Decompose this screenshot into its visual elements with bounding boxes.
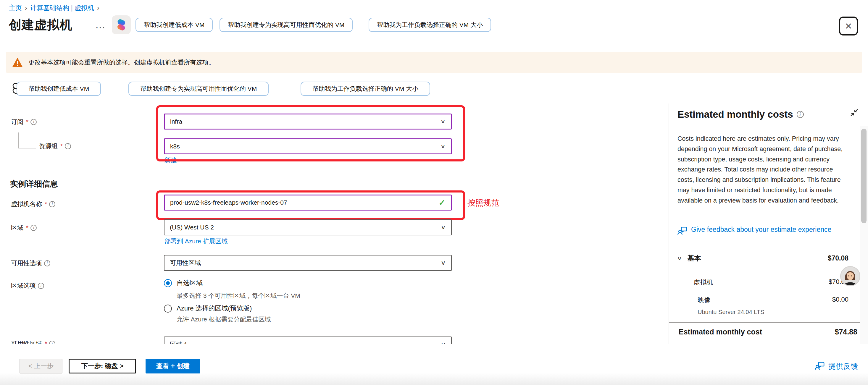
annotation-text: 按照规范 <box>467 197 499 208</box>
chevron-down-icon: ∨ <box>440 118 445 125</box>
estimate-feedback-link[interactable]: Give feedback about your estimate experi… <box>678 225 843 236</box>
create-new-link[interactable]: 新建 <box>164 156 177 164</box>
label-text: 可用性选项 <box>11 259 42 267</box>
avatar[interactable] <box>840 266 860 286</box>
button-label: 帮助我创建专为实现高可用性而优化的 VM <box>228 21 344 29</box>
chevron-down-icon: ∨ <box>440 224 446 231</box>
title-text: Estimated monthly costs <box>678 109 793 120</box>
info-icon[interactable]: i <box>65 143 71 149</box>
close-button[interactable]: ✕ <box>839 17 858 35</box>
assist-high-availability-button[interactable]: 帮助我创建专为实现高可用性而优化的 VM <box>219 18 353 32</box>
info-icon[interactable]: i <box>49 341 55 344</box>
cost-group-label: 基本 <box>687 254 701 263</box>
chevron-down-icon: ∨ <box>677 255 682 261</box>
cost-item-row: 虚拟机 <box>693 278 713 287</box>
radio-unselected-icon <box>164 304 172 313</box>
region-label: 区域i <box>11 224 37 232</box>
button-label: 下一步: 磁盘 > <box>81 362 123 371</box>
total-divider <box>669 322 860 323</box>
radio-label: 自选区域 <box>177 279 203 287</box>
previous-button[interactable]: < 上一步 <box>20 359 62 374</box>
more-options-button[interactable]: ⋯ <box>95 21 106 33</box>
breadcrumb-section[interactable]: 计算基础结构 | 虚拟机 <box>30 4 94 12</box>
availability-value: 可用性区域 <box>170 259 201 267</box>
footer: < 上一步 下一步: 磁盘 > 查看 + 创建 提供反馈 <box>0 344 868 385</box>
cost-item-sublabel: Ubuntu Server 24.04 LTS <box>698 309 764 316</box>
breadcrumb-home[interactable]: 主页 <box>9 4 22 12</box>
zone-option-description: 最多选择 3 个可用性区域，每个区域一台 VM <box>177 292 300 300</box>
zone-options-label: 区域选项i <box>11 282 44 290</box>
zone-option-self-select[interactable]: 自选区域 <box>164 279 203 287</box>
label-connector <box>18 132 36 149</box>
radio-label: Azure 选择的区域(预览版) <box>177 304 252 313</box>
subscription-dropdown[interactable]: infra ∨ <box>164 114 452 130</box>
chevron-down-icon: ∨ <box>440 341 446 344</box>
main-content: 主页 › 计算基础结构 | 虚拟机 › 创建虚拟机 ⋯ 帮助我创建低成本 VM … <box>0 0 868 344</box>
subscription-label: 订阅i <box>11 118 37 126</box>
vm-name-label: 虚拟机名称i <box>11 200 55 208</box>
feedback-icon <box>678 226 687 236</box>
label-text: 区域选项 <box>11 282 36 290</box>
collapse-icon <box>850 108 859 117</box>
zone-option-description: 允许 Azure 根据需要分配最佳区域 <box>177 315 271 323</box>
link-text: Give feedback about your estimate experi… <box>691 225 831 236</box>
copilot-icon <box>115 19 127 31</box>
chevron-down-icon: ∨ <box>440 143 445 150</box>
collapse-panel-button[interactable] <box>850 108 859 118</box>
chevron-right-icon: › <box>25 4 27 12</box>
label-text: 可用性区域 <box>11 340 42 344</box>
suggest-high-availability-button[interactable]: 帮助我创建专为实现高可用性而优化的 VM <box>128 82 269 96</box>
suggest-low-cost-vm-button[interactable]: 帮助我创建低成本 VM <box>17 82 101 96</box>
warning-icon <box>12 57 23 68</box>
total-amount: $74.88 <box>807 328 857 336</box>
cost-group-row[interactable]: ∨ 基本 <box>677 254 701 263</box>
close-icon: ✕ <box>845 21 852 31</box>
breadcrumb: 主页 › 计算基础结构 | 虚拟机 › <box>9 4 99 12</box>
azure-extended-zone-link[interactable]: 部署到 Azure 扩展区域 <box>164 237 228 246</box>
info-icon[interactable]: i <box>30 225 37 231</box>
chevron-right-icon: › <box>97 4 99 12</box>
label-text: 订阅 <box>11 118 23 126</box>
button-label: 帮助我创建专为实现高可用性而优化的 VM <box>140 85 257 93</box>
feedback-link[interactable]: 提供反馈 <box>815 359 858 374</box>
review-create-button[interactable]: 查看 + 创建 <box>146 359 200 374</box>
info-icon[interactable]: i <box>30 119 37 125</box>
vm-name-value: prod-usw2-k8s-freeleaps-worker-nodes-07 <box>170 199 287 206</box>
copilot-button[interactable] <box>112 15 131 34</box>
resource-group-label: 资源组i <box>39 142 71 150</box>
availability-zones-label: 可用性区域i <box>11 340 55 344</box>
button-label: 帮助我为工作负载选择正确的 VM 大小 <box>377 21 483 29</box>
cost-panel-title: Estimated monthly costs i <box>678 109 804 120</box>
button-label: < 上一步 <box>28 362 54 371</box>
scrollbar-thumb[interactable] <box>861 129 867 223</box>
button-label: 帮助我为工作负载选择正确的 VM 大小 <box>312 85 418 93</box>
availability-zones-value: 区域 1 <box>170 340 188 344</box>
zone-option-azure-select[interactable]: Azure 选择的区域(预览版) <box>164 304 252 313</box>
feedback-icon <box>815 361 825 371</box>
radio-selected-icon <box>164 279 172 287</box>
info-icon[interactable]: i <box>38 283 44 289</box>
page-title: 创建虚拟机 <box>9 17 72 33</box>
subscription-value: infra <box>170 118 182 125</box>
region-dropdown[interactable]: (US) West US 2 ∨ <box>164 219 452 235</box>
cost-item-row: 映像 <box>698 296 711 304</box>
valid-check-icon: ✓ <box>439 198 445 207</box>
link-text: 提供反馈 <box>828 361 858 371</box>
info-icon[interactable]: i <box>44 260 50 266</box>
resource-group-dropdown[interactable]: k8s ∨ <box>164 138 452 154</box>
button-label: 帮助我创建低成本 VM <box>144 21 205 29</box>
assist-low-cost-vm-button[interactable]: 帮助我创建低成本 VM <box>135 18 213 32</box>
info-icon[interactable]: i <box>49 201 55 207</box>
label-text: 资源组 <box>39 142 58 150</box>
availability-options-dropdown[interactable]: 可用性区域 ∨ <box>164 255 452 271</box>
availability-zones-dropdown[interactable]: 区域 1 ∨ <box>164 336 452 344</box>
next-disks-button[interactable]: 下一步: 磁盘 > <box>69 359 136 374</box>
vm-name-input[interactable]: prod-usw2-k8s-freeleaps-worker-nodes-07 … <box>164 195 452 211</box>
region-value: (US) West US 2 <box>170 224 214 231</box>
warning-text: 更改基本选项可能会重置所做的选择。创建虚拟机前查看所有选项。 <box>28 58 215 67</box>
suggest-vm-size-button[interactable]: 帮助我为工作负载选择正确的 VM 大小 <box>301 82 430 96</box>
info-icon[interactable]: i <box>797 111 804 118</box>
total-label: Estimated monthly cost <box>679 328 762 336</box>
assist-vm-size-button[interactable]: 帮助我为工作负载选择正确的 VM 大小 <box>369 18 491 32</box>
button-label: 查看 + 创建 <box>156 362 190 371</box>
